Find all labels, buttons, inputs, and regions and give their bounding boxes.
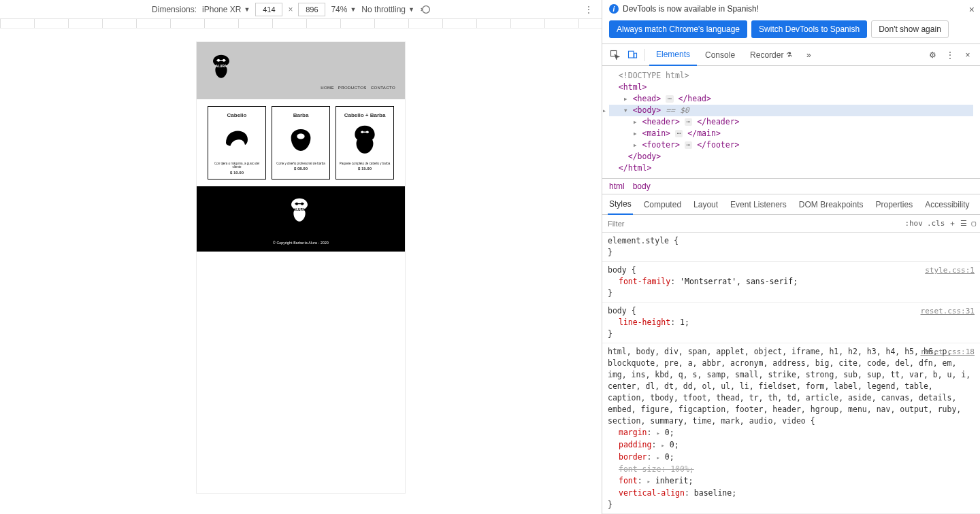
site-nav: HOME PRODUCTOS CONTACTO <box>321 86 395 90</box>
height-input[interactable] <box>298 3 325 16</box>
ruler <box>0 19 602 29</box>
inspect-icon[interactable] <box>606 47 623 63</box>
styles-filter-input[interactable] <box>602 220 900 228</box>
zoom-select[interactable]: 74%▼ <box>331 5 356 14</box>
card-price: $ 08.00 <box>294 167 308 171</box>
svg-text:ALURA: ALURA <box>294 208 306 211</box>
svg-point-0 <box>423 5 430 13</box>
site-main: Cabello Con tijera o máquina, a gusto de… <box>197 99 405 186</box>
css-rule[interactable]: element.style {} <box>602 233 980 262</box>
svg-rect-3 <box>216 60 225 61</box>
svg-rect-13 <box>628 51 634 58</box>
site-header: ALURA HOME PRODUCTOS CONTACTO <box>197 42 405 99</box>
nav-productos[interactable]: PRODUCTOS <box>338 86 367 90</box>
info-icon: i <box>609 4 619 14</box>
kebab-menu-icon[interactable]: ⋮ <box>942 47 958 63</box>
svg-point-6 <box>361 131 364 133</box>
gear-icon[interactable]: ⚙ <box>924 47 941 63</box>
subtab-layout[interactable]: Layout <box>692 194 719 215</box>
card-title: Barba <box>293 112 309 118</box>
computed-toggle-icon[interactable]: ☰ <box>960 219 967 228</box>
language-buttons: Always match Chrome's language Switch De… <box>602 18 980 44</box>
device-toolbar: Dimensions: iPhone XR▼ × 74%▼ No throttl… <box>0 0 602 19</box>
card-cabello: Cabello Con tijera o máquina, a gusto de… <box>208 106 266 179</box>
hair-beard-icon <box>347 122 382 158</box>
subtab-accessibility[interactable]: Accessibility <box>924 194 970 215</box>
svg-point-7 <box>366 131 369 133</box>
device-mode-pane: Dimensions: iPhone XR▼ × 74%▼ No throttl… <box>0 0 602 514</box>
switch-language-button[interactable]: Switch DevTools to Spanish <box>751 20 867 38</box>
more-tabs-icon[interactable]: » <box>800 47 817 63</box>
chevron-down-icon: ▼ <box>244 6 250 13</box>
dont-show-button[interactable]: Don't show again <box>871 20 949 38</box>
svg-rect-10 <box>295 203 304 204</box>
throttling-select[interactable]: No throttling▼ <box>361 5 414 14</box>
sidebar-toggle-icon[interactable]: ▢ <box>971 219 976 228</box>
svg-text:ALURA: ALURA <box>216 65 227 68</box>
width-input[interactable] <box>255 3 282 16</box>
tab-console[interactable]: Console <box>698 44 742 66</box>
devtools-tabs: Elements Console Recorder⚗ » ⚙ ⋮ × <box>602 44 980 66</box>
kebab-menu-icon[interactable]: ⋮ <box>583 3 595 16</box>
card-desc: Corte y diseño profesional de barba <box>276 162 325 165</box>
css-rule[interactable]: reset.css:18html, body, div, span, apple… <box>602 343 980 514</box>
devtools-pane: i DevTools is now available in Spanish! … <box>602 0 980 514</box>
info-bar: i DevTools is now available in Spanish! … <box>602 0 980 18</box>
device-frame: ALURA HOME PRODUCTOS CONTACTO Cabello Co… <box>197 42 405 493</box>
info-text: DevTools is now available in Spanish! <box>623 4 759 14</box>
css-rule[interactable]: reset.css:31body {line-height: 1;} <box>602 303 980 343</box>
device-select[interactable]: iPhone XR▼ <box>202 5 250 14</box>
card-price: $ 15.00 <box>358 167 372 171</box>
new-rule-icon[interactable]: ＋ <box>949 218 956 228</box>
card-desc: Con tijera o máquina, a gusto del client… <box>211 162 263 169</box>
cls-toggle[interactable]: .cls <box>927 219 945 228</box>
rule-source-link[interactable]: reset.css:31 <box>921 305 975 317</box>
close-icon[interactable]: × <box>960 47 976 63</box>
subtab-styles[interactable]: Styles <box>608 194 633 215</box>
rule-source-link[interactable]: reset.css:18 <box>921 346 975 358</box>
chevron-down-icon: ▼ <box>350 6 356 13</box>
rule-source-link[interactable]: style.css:1 <box>925 264 975 276</box>
breadcrumb: html body <box>602 178 980 194</box>
site-footer: ALURA © Copyright Barbería Alura - 2020 <box>197 186 405 252</box>
tab-elements[interactable]: Elements <box>649 44 697 66</box>
subtab-eventlisteners[interactable]: Event Listeners <box>729 194 788 215</box>
nav-home[interactable]: HOME <box>321 86 334 90</box>
subtab-dombreakpoints[interactable]: DOM Breakpoints <box>798 194 865 215</box>
card-title: Cabello <box>227 112 247 118</box>
tab-recorder[interactable]: Recorder⚗ <box>743 44 799 66</box>
footer-logo: ALURA <box>286 194 316 235</box>
rotate-icon[interactable] <box>420 3 432 16</box>
match-language-button[interactable]: Always match Chrome's language <box>609 20 747 38</box>
dimensions-label: Dimensions: <box>152 5 197 14</box>
svg-rect-14 <box>634 53 636 58</box>
dimension-separator: × <box>288 5 293 14</box>
card-barba: Barba Corte y diseño profesional de barb… <box>272 106 330 179</box>
subtab-properties[interactable]: Properties <box>875 194 915 215</box>
breadcrumb-html[interactable]: html <box>609 182 625 191</box>
dom-tree[interactable]: <!DOCTYPE html> <html> ▸ <head> ⋯ </head… <box>602 66 980 178</box>
flask-icon: ⚗ <box>786 51 792 58</box>
dom-selected-body: ▾ <body> == $0 <box>609 105 973 116</box>
header-logo: ALURA <box>206 49 236 90</box>
styles-panel[interactable]: element.style {}style.css:1body {font-fa… <box>602 233 980 514</box>
styles-subtabs: Styles Computed Layout Event Listeners D… <box>602 194 980 215</box>
breadcrumb-body[interactable]: body <box>633 182 651 191</box>
card-desc: Paquete completo de cabello y barba <box>340 162 390 165</box>
hov-toggle[interactable]: :hov <box>904 219 923 228</box>
nav-contacto[interactable]: CONTACTO <box>371 86 395 90</box>
copyright: © Copyright Barbería Alura - 2020 <box>273 241 329 245</box>
styles-filter-row: :hov .cls ＋ ☰ ▢ <box>602 215 980 233</box>
subtab-computed[interactable]: Computed <box>642 194 683 215</box>
beard-icon <box>283 122 318 158</box>
card-combo: Cabello + Barba Paquete completo de cabe… <box>336 106 394 179</box>
hair-icon <box>219 122 255 158</box>
chevron-down-icon: ▼ <box>408 6 414 13</box>
card-title: Cabello + Barba <box>344 112 386 118</box>
close-icon[interactable]: × <box>969 4 975 15</box>
viewport-area: ALURA HOME PRODUCTOS CONTACTO Cabello Co… <box>0 29 602 514</box>
card-price: $ 10.00 <box>230 171 244 175</box>
css-rule[interactable]: style.css:1body {font-family: 'Montserra… <box>602 262 980 303</box>
device-mode-icon[interactable] <box>624 47 640 63</box>
